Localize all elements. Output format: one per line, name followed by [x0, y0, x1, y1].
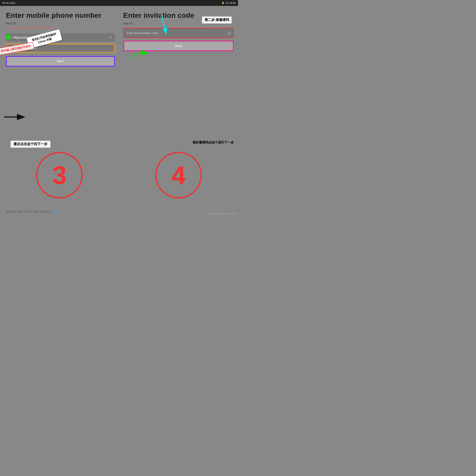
- circle-number-4: 4: [155, 152, 202, 198]
- status-left: HD 4G 3.3K/s: [2, 2, 15, 4]
- arrow-to-next-left: [2, 112, 28, 122]
- footer-text: Already have a PhiChain account?: [6, 210, 51, 213]
- arrow-to-invitation: [153, 14, 170, 34]
- footer: Already have a PhiChain account? Login 首…: [0, 207, 238, 216]
- battery-level: 23: [226, 2, 228, 4]
- annotation-bottom-right: 填好邀请码点这个进行下一步: [192, 140, 234, 144]
- left-panel: Enter mobile phone number step:2/5 ⓘ Cou…: [0, 6, 119, 133]
- chevron-down-icon: ▼: [109, 36, 112, 39]
- bottom-section: 3 4: [0, 146, 238, 207]
- main-content: Enter mobile phone number step:2/5 ⓘ Cou…: [0, 6, 238, 133]
- watermark: 首码项目网 www.E318.com: [208, 212, 236, 215]
- page-title: Enter mobile phone number: [6, 11, 115, 20]
- circle-number-3: 3: [36, 152, 83, 198]
- annotation-bottom-left: 最后点击这个到下一步: [11, 141, 50, 148]
- arrow-to-next-right: [130, 47, 151, 60]
- next-button-left[interactable]: Next: [6, 56, 115, 67]
- invitation-input-row: ⊡: [123, 28, 234, 38]
- login-link[interactable]: Login: [51, 210, 59, 213]
- network-info: HD 4G 3.3K/s: [2, 2, 15, 4]
- invitation-code-input[interactable]: [124, 29, 226, 37]
- step-warning: ⓘ Country or region cannot be changed: [6, 26, 115, 29]
- status-bar: HD 4G 3.3K/s 🔋 23 18:06: [0, 0, 238, 6]
- clock: 18:06: [230, 2, 236, 4]
- scan-icon[interactable]: ⊡: [226, 29, 233, 37]
- arrow-to-country: [6, 31, 19, 41]
- warning-icon: ⓘ: [6, 26, 8, 29]
- step-info-left: step:2/5: [6, 22, 115, 25]
- annotation-step2: 第二步 填邀请码: [202, 17, 232, 23]
- battery-icon: 🔋: [221, 2, 224, 4]
- right-panel: Enter invitation code step:1/5 第二步 填邀请码 …: [119, 6, 238, 133]
